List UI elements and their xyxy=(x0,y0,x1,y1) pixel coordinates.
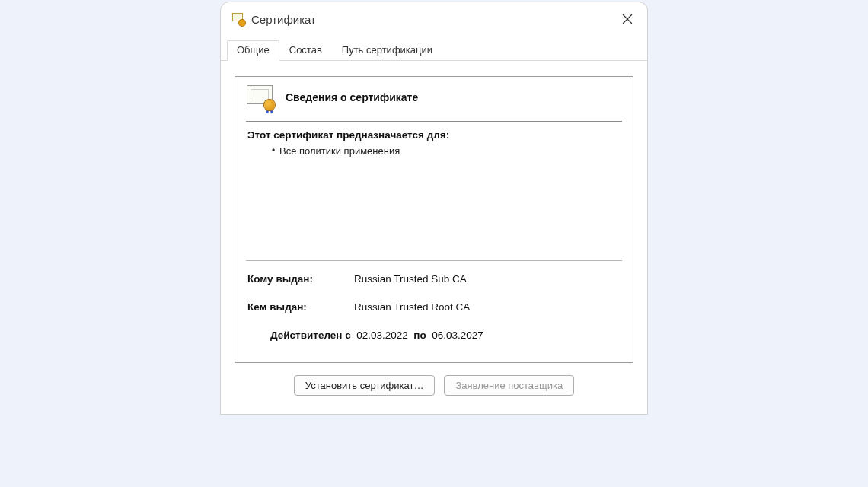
purpose-section: Этот сертификат предназначается для: Все… xyxy=(235,122,633,161)
valid-from-value: 02.03.2022 xyxy=(356,329,408,341)
purpose-heading: Этот сертификат предназначается для: xyxy=(247,129,621,141)
tab-general[interactable]: Общие xyxy=(227,40,279,61)
details-section: Кому выдан: Russian Trusted Sub CA Кем в… xyxy=(235,261,633,362)
tab-cert-path[interactable]: Путь сертификации xyxy=(332,40,442,60)
content-area: Сведения о сертификате Этот сертификат п… xyxy=(221,61,647,414)
window-title: Сертификат xyxy=(251,13,316,26)
certificate-dialog: Сертификат Общие Состав Путь сертификаци… xyxy=(220,2,648,415)
issued-by-label: Кем выдан: xyxy=(247,301,354,313)
validity-row: Действителен c 02.03.2022 по 06.03.2027 xyxy=(247,329,621,355)
info-header: Сведения о сертификате xyxy=(235,77,633,121)
titlebar-left: Сертификат xyxy=(231,12,316,26)
close-button[interactable] xyxy=(615,8,640,30)
issued-to-label: Кому выдан: xyxy=(247,273,354,285)
issued-to-value: Russian Trusted Sub CA xyxy=(354,273,467,285)
valid-to-value: 06.03.2027 xyxy=(432,329,483,341)
certificate-icon xyxy=(231,12,245,26)
issued-to-row: Кому выдан: Russian Trusted Sub CA xyxy=(247,273,621,285)
button-row: Установить сертификат… Заявление поставщ… xyxy=(235,363,633,405)
issued-by-row: Кем выдан: Russian Trusted Root CA xyxy=(247,301,621,313)
tab-details[interactable]: Состав xyxy=(279,40,332,60)
spacer xyxy=(235,161,633,260)
install-certificate-button[interactable]: Установить сертификат… xyxy=(294,375,436,396)
valid-from-label: Действителен c xyxy=(270,329,351,341)
certificate-large-icon xyxy=(246,84,276,110)
purpose-item: Все политики применения xyxy=(247,145,621,157)
valid-to-label: по xyxy=(413,329,426,341)
info-heading: Сведения о сертификате xyxy=(286,91,418,103)
close-icon xyxy=(622,14,633,24)
issuer-statement-button: Заявление поставщика xyxy=(444,375,574,396)
issued-by-value: Russian Trusted Root CA xyxy=(354,301,470,313)
titlebar: Сертификат xyxy=(221,2,647,33)
tab-strip: Общие Состав Путь сертификации xyxy=(221,33,647,61)
info-panel: Сведения о сертификате Этот сертификат п… xyxy=(235,76,633,363)
